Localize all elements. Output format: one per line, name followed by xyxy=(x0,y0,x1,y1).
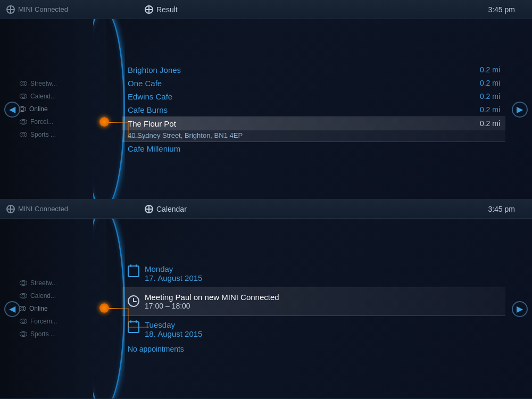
meeting-title: Meeting Paul on new MINI Connected xyxy=(145,293,279,302)
meeting-text-block: Meeting Paul on new MINI Connected 17:00… xyxy=(145,293,279,310)
mini-connected-label-cal: MINI Connected xyxy=(18,205,68,213)
result-item-onecafe[interactable]: One Cafe 0.2 mi xyxy=(122,77,505,90)
header-bar-result: MINI Connected Result 3:45 pm xyxy=(0,0,532,19)
tuesday-day: Tuesday xyxy=(145,320,202,329)
header-left-calendar: MINI Connected xyxy=(6,205,113,213)
calendar-label: Calendar xyxy=(156,205,187,213)
eye-icon-calend xyxy=(20,94,27,99)
connector-h2-result xyxy=(128,137,149,138)
mini-connected-label: MINI Connected xyxy=(18,5,68,13)
connector-v-cal xyxy=(128,308,129,327)
header-center-result: Result xyxy=(113,5,488,14)
sidebar-label-cal-streetw: Streetw... xyxy=(30,279,57,287)
monday-date: 17. August 2015 xyxy=(145,273,202,282)
result-name-brighton: Brighton Jones xyxy=(128,65,181,74)
header-time-calendar: 3:45 pm xyxy=(488,205,526,213)
sidebar-item-streetw[interactable]: Streetw... xyxy=(11,79,106,88)
connector-v-result xyxy=(128,122,129,137)
result-item-millenium[interactable]: Cafe Millenium xyxy=(122,142,505,155)
sidebar-label-cal-forcem: Forcem... xyxy=(30,318,57,325)
result-name-onecafe: One Cafe xyxy=(128,79,162,88)
sidebar-item-forcel[interactable]: Forcel... xyxy=(11,117,106,127)
result-item-edwins[interactable]: Edwins Cafe 0.2 mi xyxy=(122,90,505,103)
cal-text-monday: Monday 17. August 2015 xyxy=(145,264,202,282)
result-dist-cafeburns: 0.2 mi xyxy=(480,105,500,114)
sidebar-label-forcel: Forcel... xyxy=(30,118,53,126)
sidebar-label-calend: Calend... xyxy=(30,93,56,100)
result-name-millenium: Cafe Millenium xyxy=(128,144,180,153)
sidebar-item-cal-calend[interactable]: Calend... xyxy=(11,291,106,301)
sidebar-label-cal-sports: Sports ... xyxy=(30,330,56,338)
calendar-panel: MINI Connected Calendar 3:45 pm Streetw.… xyxy=(0,200,532,399)
globe-icon-center-cal xyxy=(145,205,153,213)
eye-icon-streetw xyxy=(20,81,27,86)
result-panel: MINI Connected Result 3:45 pm Streetw...… xyxy=(0,0,532,200)
cal-text-tuesday: Tuesday 18. August 2015 xyxy=(145,320,202,338)
result-dist-flourpot: 0.2 mi xyxy=(480,119,500,128)
eye-icon-cal-forcem xyxy=(20,319,27,324)
result-item-brighton[interactable]: Brighton Jones 0.2 mi xyxy=(122,63,505,77)
nav-arrow-left-result[interactable]: ◀ xyxy=(4,102,20,118)
sidebar-item-cal-streetw[interactable]: Streetw... xyxy=(11,278,106,288)
nav-arrow-right-result[interactable]: ▶ xyxy=(512,102,528,118)
sidebar-label-streetw: Streetw... xyxy=(30,80,57,87)
monday-day: Monday xyxy=(145,264,202,273)
eye-icon-cal-streetw xyxy=(20,280,27,286)
meeting-time: 17:00 – 18:00 xyxy=(145,302,279,310)
sidebar-label-cal-calend: Calend... xyxy=(30,292,56,300)
globe-icon-left-cal xyxy=(6,205,15,213)
result-name-edwins: Edwins Cafe xyxy=(128,92,172,101)
result-label: Result xyxy=(156,5,178,14)
result-name-cafeburns: Cafe Burns xyxy=(128,105,168,114)
sidebar-label-cal-online: Online xyxy=(29,305,48,312)
header-left-result: MINI Connected xyxy=(6,5,113,14)
result-dist-brighton: 0.2 mi xyxy=(480,65,500,74)
meeting-block[interactable]: Meeting Paul on new MINI Connected 17:00… xyxy=(122,287,505,316)
orange-dot-result xyxy=(99,117,109,127)
blue-arc-inner-result xyxy=(93,19,125,199)
eye-icon-forcel xyxy=(20,119,27,124)
result-item-cafeburns[interactable]: Cafe Burns 0.2 mi xyxy=(122,103,505,117)
result-dist-onecafe: 0.2 mi xyxy=(480,79,500,87)
cal-item-tuesday[interactable]: Tuesday 18. August 2015 xyxy=(122,317,505,342)
tuesday-date: 18. August 2015 xyxy=(145,329,202,338)
connector-h2-cal xyxy=(128,327,149,328)
globe-icon-left xyxy=(6,5,15,14)
no-appointments: No appointments xyxy=(122,342,505,356)
sidebar-item-cal-forcem[interactable]: Forcem... xyxy=(11,317,106,326)
eye-icon-cal-sports xyxy=(20,331,27,337)
sidebar-item-cal-online[interactable]: ✓ Online xyxy=(11,304,106,313)
selected-block-result: The Flour Pot 0.2 mi 40 Sydney Street, B… xyxy=(122,117,505,142)
orange-dot-calendar xyxy=(99,303,109,313)
main-content-calendar: Monday 17. August 2015 Meeting Paul on n… xyxy=(122,219,505,398)
nav-arrow-right-calendar[interactable]: ▶ xyxy=(512,301,528,317)
sidebar-item-calend[interactable]: Calend... xyxy=(11,92,106,101)
sidebar-label-sports: Sports ... xyxy=(30,131,56,138)
main-content-result: Brighton Jones 0.2 mi One Cafe 0.2 mi Ed… xyxy=(122,19,505,199)
result-item-flourpot[interactable]: The Flour Pot 0.2 mi xyxy=(122,117,505,130)
header-center-calendar: Calendar xyxy=(113,205,488,213)
result-address-flourpot: 40 Sydney Street, Brighton, BN1 4EP xyxy=(122,130,505,142)
result-name-flourpot: The Flour Pot xyxy=(128,119,176,128)
calendar-icon-monday xyxy=(128,265,139,277)
result-dist-edwins: 0.2 mi xyxy=(480,92,500,101)
sidebar-label-online: Online xyxy=(29,105,48,113)
eye-icon-sports xyxy=(20,132,27,137)
blue-arc-result xyxy=(93,19,125,199)
sidebar-item-online[interactable]: ✓ Online xyxy=(11,104,106,114)
clock-icon-meeting xyxy=(128,295,139,307)
cal-item-monday[interactable]: Monday 17. August 2015 xyxy=(122,261,505,286)
header-time-result: 3:45 pm xyxy=(488,5,526,14)
nav-arrow-left-calendar[interactable]: ◀ xyxy=(4,301,20,317)
sidebar-item-sports[interactable]: Sports ... xyxy=(11,130,106,139)
sidebar-item-cal-sports[interactable]: Sports ... xyxy=(11,329,106,339)
header-bar-calendar: MINI Connected Calendar 3:45 pm xyxy=(0,200,532,219)
eye-icon-cal-calend xyxy=(20,293,27,298)
globe-icon-center xyxy=(145,5,153,14)
